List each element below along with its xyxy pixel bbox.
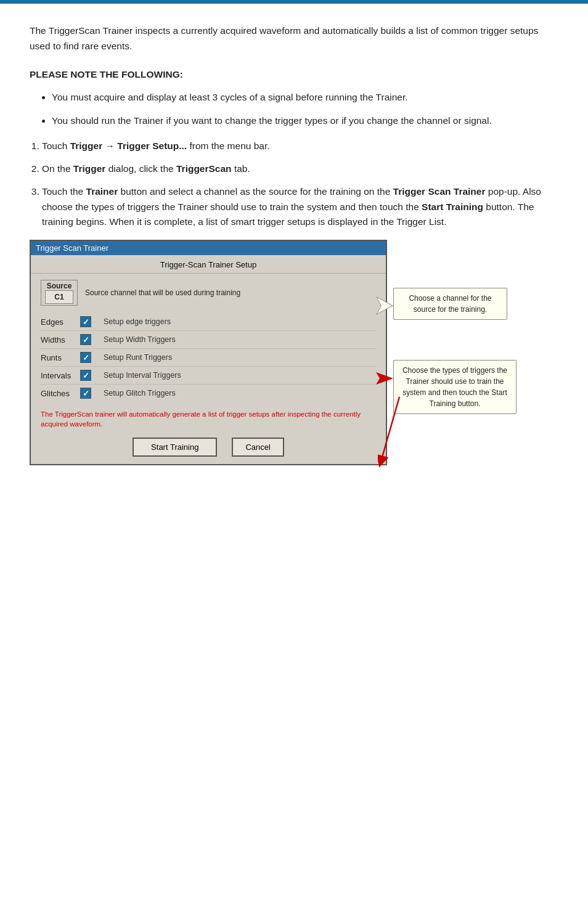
trigger-scan-trainer-dialog: Trigger Scan Trainer Trigger-Scan Traine…	[30, 240, 387, 465]
edges-label-box: Edges ✓	[41, 316, 96, 327]
bullet-item-2: You should run the Trainer if you want t…	[52, 113, 558, 129]
step3-bold3: Start Training	[422, 202, 483, 212]
source-description: Source channel that will be used during …	[85, 288, 376, 297]
step1-bold: Trigger → Trigger Setup...	[70, 141, 187, 151]
dialog-footer-text: The TriggerScan trainer will automatical…	[31, 404, 386, 433]
dialog-inner: Trigger-Scan Trainer Setup Source C1 Sou…	[31, 255, 386, 464]
source-channel[interactable]: C1	[45, 290, 73, 304]
widths-desc: Setup Width Triggers	[104, 335, 176, 344]
runts-label-box: Runts ✓	[41, 352, 96, 363]
intro-paragraph: The TriggerScan Trainer inspects a curre…	[30, 23, 558, 54]
step-3: Touch the Trainer button and select a ch…	[42, 184, 558, 230]
source-label: Source	[45, 282, 73, 290]
start-training-button[interactable]: Start Training	[133, 438, 217, 457]
steps-list: Touch Trigger → Trigger Setup... from th…	[42, 139, 558, 230]
source-row: Source C1 Source channel that will be us…	[31, 274, 386, 311]
intervals-checkbox[interactable]: ✓	[80, 370, 91, 381]
dialog-subtitle: Trigger-Scan Trainer Setup	[31, 255, 386, 274]
trigger-callout-text: Choose the types of triggers the Trainer…	[402, 366, 507, 408]
dialog-buttons: Start Training Cancel	[31, 433, 386, 464]
widths-label: Widths	[41, 335, 78, 344]
source-callout-box: Choose a channel for the source for the …	[393, 288, 507, 320]
intervals-label: Intervals	[41, 371, 78, 380]
step-1: Touch Trigger → Trigger Setup... from th…	[42, 139, 558, 154]
cancel-button[interactable]: Cancel	[232, 438, 284, 457]
widths-label-box: Widths ✓	[41, 334, 96, 345]
source-callout-text: Choose a channel for the source for the …	[409, 294, 491, 314]
trigger-callout-box: Choose the types of triggers the Trainer…	[393, 360, 517, 414]
runts-checkbox[interactable]: ✓	[80, 352, 91, 363]
dialog-wrapper: Trigger Scan Trainer Trigger-Scan Traine…	[30, 240, 461, 465]
step3-bold2: Trigger Scan Trainer	[393, 186, 486, 197]
edges-row: Edges ✓ Setup edge triggers	[41, 313, 376, 331]
step2-bold1: Trigger	[73, 163, 106, 174]
edges-label: Edges	[41, 317, 78, 327]
step2-bold2: TriggerScan	[176, 163, 232, 174]
runts-desc: Setup Runt Triggers	[104, 353, 172, 362]
edges-desc: Setup edge triggers	[104, 317, 171, 326]
step-2: On the Trigger dialog, click the Trigger…	[42, 161, 558, 177]
glitches-label-box: Glitches ✓	[41, 388, 96, 399]
glitches-desc: Setup Glitch Triggers	[104, 389, 176, 397]
source-box: Source C1	[41, 280, 78, 306]
runts-label: Runts	[41, 353, 78, 362]
bullet-list: You must acquire and display at least 3 …	[52, 90, 558, 129]
glitches-label: Glitches	[41, 389, 78, 398]
glitches-row: Glitches ✓ Setup Glitch Triggers	[41, 385, 376, 402]
source-callout-container: Choose a channel for the source for the …	[393, 288, 507, 320]
note-heading: PLEASE NOTE THE FOLLOWING:	[30, 69, 558, 80]
dialog-titlebar: Trigger Scan Trainer	[31, 241, 386, 255]
intervals-desc: Setup Interval Triggers	[104, 371, 181, 380]
step3-bold1: Trainer	[86, 186, 118, 197]
intervals-label-box: Intervals ✓	[41, 370, 96, 381]
intervals-row: Intervals ✓ Setup Interval Triggers	[41, 367, 376, 385]
edges-checkbox[interactable]: ✓	[80, 316, 91, 327]
widths-checkbox[interactable]: ✓	[80, 334, 91, 345]
trigger-rows: Edges ✓ Setup edge triggers Widths ✓ Set…	[31, 311, 386, 404]
source-callout-arrow-icon	[376, 296, 394, 315]
widths-row: Widths ✓ Setup Width Triggers	[41, 331, 376, 349]
trigger-callout-container: Choose the types of triggers the Trainer…	[393, 360, 517, 414]
svg-marker-2	[376, 372, 393, 385]
runts-row: Runts ✓ Setup Runt Triggers	[41, 349, 376, 367]
trigger-callout-arrow-icon	[376, 372, 394, 385]
glitches-checkbox[interactable]: ✓	[80, 388, 91, 399]
svg-marker-1	[377, 298, 392, 314]
bullet-item-1: You must acquire and display at least 3 …	[52, 90, 558, 105]
